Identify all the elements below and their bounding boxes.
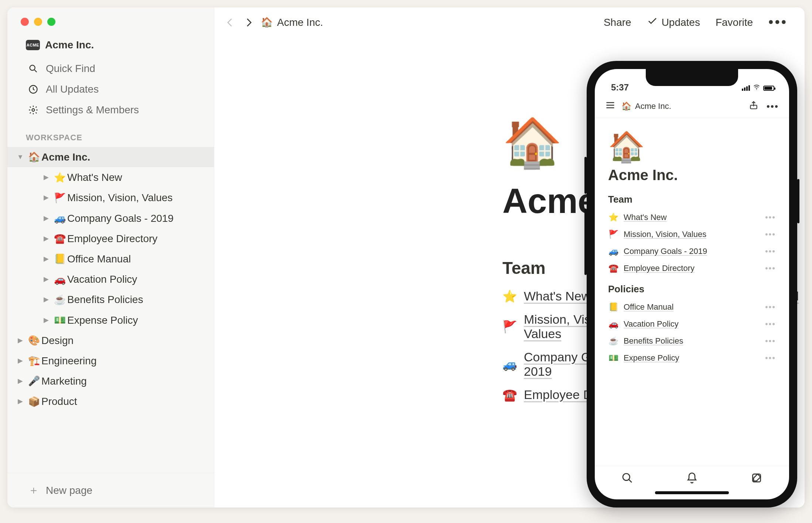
page-link-icon: 🚙 xyxy=(502,357,517,371)
sidebar-page-item[interactable]: ▶☎️Employee Directory xyxy=(7,228,214,249)
settings-label: Settings & Members xyxy=(46,104,139,116)
chevron-right-icon[interactable]: ▶ xyxy=(40,214,52,223)
chevron-right-icon[interactable]: ▶ xyxy=(14,376,27,386)
sidebar-page-item[interactable]: ▶💵Expense Policy xyxy=(7,310,214,330)
page-label: Vacation Policy xyxy=(67,272,207,286)
mobile-section-heading[interactable]: Team xyxy=(608,194,776,205)
chevron-down-icon[interactable]: ▼ xyxy=(14,152,27,162)
sidebar: ACME Acme Inc. Quick Find All Updates xyxy=(7,7,214,507)
mobile-more-icon[interactable]: ••• xyxy=(767,101,779,112)
sidebar-page-item[interactable]: ▶🎤Marketing xyxy=(7,371,214,391)
page-label: Acme Inc. xyxy=(41,150,207,164)
mobile-page-link[interactable]: 📒Office Manual••• xyxy=(608,299,776,316)
sidebar-page-item[interactable]: ▶📒Office Manual xyxy=(7,249,214,269)
chevron-right-icon[interactable]: ▶ xyxy=(40,295,52,304)
page-label: Engineering xyxy=(41,354,207,368)
new-page-button[interactable]: ＋ New page xyxy=(7,473,214,507)
search-icon xyxy=(28,63,39,74)
breadcrumb-icon: 🏠 xyxy=(261,17,273,28)
topbar: 🏠 Acme Inc. Share Updates Favorite ••• xyxy=(214,7,805,37)
mobile-page-link[interactable]: 🚩Mission, Vision, Values••• xyxy=(608,226,776,243)
breadcrumb[interactable]: 🏠 Acme Inc. xyxy=(261,17,323,28)
nav-forward-button[interactable] xyxy=(243,17,254,28)
mobile-link-more-icon[interactable]: ••• xyxy=(765,319,776,329)
mobile-section-heading[interactable]: Policies xyxy=(608,283,776,295)
menu-icon[interactable] xyxy=(605,100,615,113)
mobile-link-icon: 🚗 xyxy=(608,319,618,329)
mobile-compose-icon[interactable] xyxy=(751,472,762,485)
close-window-button[interactable] xyxy=(21,18,29,26)
phone-notch xyxy=(646,69,738,86)
favorite-button[interactable]: Favorite xyxy=(716,17,753,28)
mobile-page-link[interactable]: 🚗Vacation Policy••• xyxy=(608,316,776,333)
page-emoji-icon: 🎤 xyxy=(27,374,41,388)
all-updates-button[interactable]: All Updates xyxy=(7,79,214,100)
page-link-icon: ⭐ xyxy=(502,289,517,303)
minimize-window-button[interactable] xyxy=(34,18,42,26)
mobile-link-icon: ⭐ xyxy=(608,213,618,222)
mobile-link-more-icon[interactable]: ••• xyxy=(765,302,776,312)
mobile-link-more-icon[interactable]: ••• xyxy=(765,247,776,256)
chevron-right-icon[interactable]: ▶ xyxy=(40,193,52,202)
mobile-hero-icon[interactable]: 🏠 xyxy=(608,132,776,162)
share-button[interactable]: Share xyxy=(604,17,631,28)
chevron-right-icon[interactable]: ▶ xyxy=(40,254,52,264)
maximize-window-button[interactable] xyxy=(47,18,55,26)
page-emoji-icon: ☎️ xyxy=(52,232,67,245)
chevron-right-icon[interactable]: ▶ xyxy=(40,234,52,243)
chevron-right-icon[interactable]: ▶ xyxy=(40,275,52,284)
mobile-search-icon[interactable] xyxy=(621,472,633,485)
sidebar-page-item[interactable]: ▶📦Product xyxy=(7,391,214,412)
updates-button[interactable]: Updates xyxy=(647,16,700,29)
workspace-switcher[interactable]: ACME Acme Inc. xyxy=(7,36,214,58)
sidebar-page-item[interactable]: ▶🚩Mission, Vision, Values xyxy=(7,187,214,208)
mobile-page-title[interactable]: Acme Inc. xyxy=(608,167,776,183)
mobile-link-more-icon[interactable]: ••• xyxy=(765,336,776,346)
sidebar-page-item[interactable]: ▶🚙Company Goals - 2019 xyxy=(7,208,214,228)
settings-button[interactable]: Settings & Members xyxy=(7,100,214,120)
workspace-name: Acme Inc. xyxy=(45,39,94,51)
mobile-link-more-icon[interactable]: ••• xyxy=(765,230,776,239)
sidebar-page-item[interactable]: ▶⭐What's New xyxy=(7,167,214,187)
mobile-link-more-icon[interactable]: ••• xyxy=(765,353,776,363)
mobile-page-link[interactable]: 💵Expense Policy••• xyxy=(608,350,776,367)
mobile-notifications-icon[interactable] xyxy=(686,472,698,485)
chevron-right-icon[interactable]: ▶ xyxy=(40,173,52,182)
sidebar-page-item[interactable]: ▶☕Benefits Policies xyxy=(7,289,214,310)
mobile-link-label: What's New xyxy=(624,213,760,222)
page-emoji-icon: 🚩 xyxy=(52,191,67,204)
mobile-link-icon: 📒 xyxy=(608,302,618,312)
chevron-right-icon[interactable]: ▶ xyxy=(40,316,52,325)
more-menu-button[interactable]: ••• xyxy=(768,19,788,26)
mobile-link-more-icon[interactable]: ••• xyxy=(765,213,776,222)
mobile-link-label: Company Goals - 2019 xyxy=(624,247,760,256)
quick-find-button[interactable]: Quick Find xyxy=(7,58,214,79)
sidebar-page-item[interactable]: ▼🏠Acme Inc. xyxy=(7,147,214,167)
mobile-page-link[interactable]: ☕Benefits Policies••• xyxy=(608,333,776,350)
share-icon[interactable] xyxy=(749,100,758,112)
page-label: Expense Policy xyxy=(67,313,207,327)
new-page-label: New page xyxy=(46,485,92,496)
page-emoji-icon: 💵 xyxy=(52,313,67,327)
mobile-link-more-icon[interactable]: ••• xyxy=(765,264,776,273)
mobile-link-icon: ☕ xyxy=(608,336,618,346)
sidebar-page-item[interactable]: ▶🎨Design xyxy=(7,330,214,351)
sidebar-page-item[interactable]: ▶🏗️Engineering xyxy=(7,351,214,371)
chevron-right-icon[interactable]: ▶ xyxy=(14,336,27,345)
mobile-breadcrumb[interactable]: 🏠 Acme Inc. xyxy=(621,101,671,111)
nav-back-button[interactable] xyxy=(225,17,236,28)
chevron-right-icon[interactable]: ▶ xyxy=(14,397,27,406)
page-label: Marketing xyxy=(41,374,207,388)
page-emoji-icon: 📒 xyxy=(52,252,67,265)
sidebar-page-item[interactable]: ▶🚗Vacation Policy xyxy=(7,269,214,289)
chevron-right-icon[interactable]: ▶ xyxy=(14,356,27,365)
home-indicator xyxy=(655,491,729,494)
page-emoji-icon: 🎨 xyxy=(27,334,41,347)
mobile-page-link[interactable]: ⭐What's New••• xyxy=(608,209,776,226)
mobile-link-label: Mission, Vision, Values xyxy=(624,230,760,239)
mobile-page-link[interactable]: 🚙Company Goals - 2019••• xyxy=(608,243,776,260)
mobile-page-link[interactable]: ☎️Employee Directory••• xyxy=(608,260,776,277)
page-label: Benefits Policies xyxy=(67,292,207,307)
breadcrumb-title: Acme Inc. xyxy=(277,17,323,28)
page-label: Mission, Vision, Values xyxy=(67,190,207,205)
